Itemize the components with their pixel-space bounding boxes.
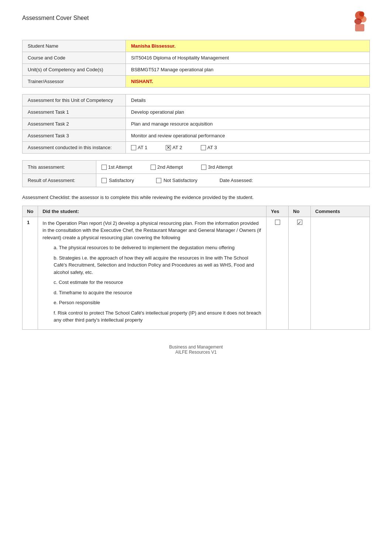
attempt-options: 1st Attempt2nd Attempt3rd Attempt	[96, 161, 370, 174]
page-title: Assessment Cover Sheet	[22, 15, 89, 21]
date-assessed-label: Date Assessed:	[220, 178, 253, 183]
task-label: Assessment Task 2	[23, 118, 126, 130]
result-label: Result of Assessment:	[23, 174, 96, 187]
task-label: Assessment Task 3	[23, 130, 126, 142]
yes-checkbox[interactable]	[275, 220, 280, 225]
at-option-at1: AT 1	[131, 145, 147, 150]
checklist-item-row: 1In the Operation Plan report (Vol 2) de…	[23, 217, 370, 329]
svg-point-3	[354, 18, 362, 24]
sub-item: f. Risk control to protect The School Ca…	[42, 309, 262, 324]
at-option-at2: ✕AT 2	[166, 145, 182, 150]
checkbox-at1[interactable]	[131, 145, 136, 150]
checklist-comments-cell	[311, 217, 370, 329]
col-header-yes: Yes	[267, 206, 289, 217]
details-header-row: Assessment for this Unit of CompetencyDe…	[23, 95, 370, 106]
logo-icon	[344, 11, 368, 33]
sub-item: b. Strategies i.e. the approach of how t…	[42, 254, 262, 276]
checklist-yes-cell	[267, 217, 289, 329]
attempt-row: This assessment:1st Attempt2nd Attempt3r…	[23, 161, 370, 174]
satisfactory-checkbox[interactable]	[102, 178, 107, 183]
checklist-item-text: In the Operation Plan report (Vol 2) dev…	[38, 217, 267, 329]
attempt-table: This assessment:1st Attempt2nd Attempt3r…	[22, 160, 370, 187]
conducted-label: Assessment conducted in this instance:	[23, 142, 126, 154]
info-row: Unit(s) of Competency and Code(s)BSBMGT5…	[23, 64, 370, 76]
details-task-row: Assessment Task 1Develop operational pla…	[23, 106, 370, 118]
logo-area	[344, 11, 370, 33]
not-satisfactory-option: Not Satisfactory	[156, 178, 197, 183]
attempt-label: 1st Attempt	[108, 164, 132, 170]
task-label: Assessment Task 1	[23, 106, 126, 118]
conducted-row: Assessment conducted in this instance:AT…	[23, 142, 370, 154]
checklist-intro: Assessment Checklist: the assessor is to…	[22, 194, 370, 201]
sub-item: e. Person responsible	[42, 299, 262, 306]
info-label: Trainer/Assessor	[23, 76, 126, 87]
details-header-value: Details	[126, 95, 370, 106]
checkbox-at3[interactable]	[201, 145, 206, 150]
attempt-checkbox[interactable]	[151, 165, 156, 170]
details-task-row: Assessment Task 2Plan and manage resourc…	[23, 118, 370, 130]
not-satisfactory-label: Not Satisfactory	[164, 178, 197, 183]
sub-items-list: a. The physical resources to be delivere…	[42, 244, 262, 324]
checkbox-at2[interactable]: ✕	[166, 145, 171, 150]
svg-rect-4	[355, 24, 364, 31]
footer: Business and Management AILFE Resources …	[22, 344, 370, 355]
col-header-no-col: No	[289, 206, 311, 217]
satisfactory-option: Satisfactory	[102, 178, 134, 183]
attempt-checkbox[interactable]	[201, 165, 206, 170]
sub-item: d. Timeframe to acquire the resource	[42, 289, 262, 296]
result-options: SatisfactoryNot SatisfactoryDate Assesse…	[96, 174, 370, 187]
satisfactory-label: Satisfactory	[109, 178, 134, 183]
checklist-table: No Did the student: Yes No Comments 1In …	[22, 206, 370, 330]
checklist-item-number: 1	[23, 217, 38, 329]
info-label: Course and Code	[23, 52, 126, 64]
info-table: Student NameManisha Bissessur.Course and…	[22, 40, 370, 87]
header-area: Assessment Cover Sheet	[22, 11, 370, 33]
sub-item: c. Cost estimate for the resource	[42, 279, 262, 286]
attempt-option: 3rd Attempt	[201, 164, 232, 170]
info-row: Course and CodeSIT50416 Diploma of Hospi…	[23, 52, 370, 64]
sub-item: a. The physical resources to be delivere…	[42, 244, 262, 251]
checklist-no-cell: ✓	[289, 217, 311, 329]
info-value: SIT50416 Diploma of Hospitality Manageme…	[126, 52, 370, 64]
details-table: Assessment for this Unit of CompetencyDe…	[22, 94, 370, 154]
info-value: NISHANT.	[126, 76, 370, 87]
col-header-comments: Comments	[311, 206, 370, 217]
info-value: Manisha Bissessur.	[126, 40, 370, 52]
at-option-label-at3: AT 3	[207, 145, 217, 150]
conducted-options: AT 1✕AT 2AT 3	[126, 142, 370, 154]
attempt-option: 1st Attempt	[102, 164, 132, 170]
task-detail: Develop operational plan	[126, 106, 370, 118]
details-task-row: Assessment Task 3Monitor and review oper…	[23, 130, 370, 142]
info-label: Student Name	[23, 40, 126, 52]
svg-point-2	[359, 11, 364, 17]
page: Assessment Cover Sheet Student NameManis…	[0, 0, 392, 556]
checklist-main-text: In the Operation Plan report (Vol 2) dev…	[42, 220, 262, 241]
not-satisfactory-checkbox[interactable]	[156, 178, 161, 183]
task-detail: Plan and manage resource acquisition	[126, 118, 370, 130]
footer-line2: AILFE Resources V1	[22, 350, 370, 355]
at-option-at3: AT 3	[201, 145, 217, 150]
result-row: Result of Assessment:SatisfactoryNot Sat…	[23, 174, 370, 187]
attempt-checkbox[interactable]	[102, 165, 107, 170]
col-header-no: No	[23, 206, 38, 217]
no-checkbox[interactable]: ✓	[297, 220, 302, 225]
info-value: BSBMGT517 Manage operational plan	[126, 64, 370, 76]
col-header-did: Did the student:	[38, 206, 267, 217]
attempt-option: 2nd Attempt	[151, 164, 183, 170]
details-header-label: Assessment for this Unit of Competency	[23, 95, 126, 106]
attempt-label: 2nd Attempt	[157, 164, 183, 170]
footer-line1: Business and Management	[22, 344, 370, 350]
info-row: Trainer/AssessorNISHANT.	[23, 76, 370, 87]
info-label: Unit(s) of Competency and Code(s)	[23, 64, 126, 76]
attempt-label: 3rd Attempt	[208, 164, 232, 170]
task-detail: Monitor and review operational performan…	[126, 130, 370, 142]
at-option-label-at2: AT 2	[172, 145, 182, 150]
at-option-label-at1: AT 1	[138, 145, 147, 150]
info-row: Student NameManisha Bissessur.	[23, 40, 370, 52]
this-assessment-label: This assessment:	[23, 161, 96, 174]
